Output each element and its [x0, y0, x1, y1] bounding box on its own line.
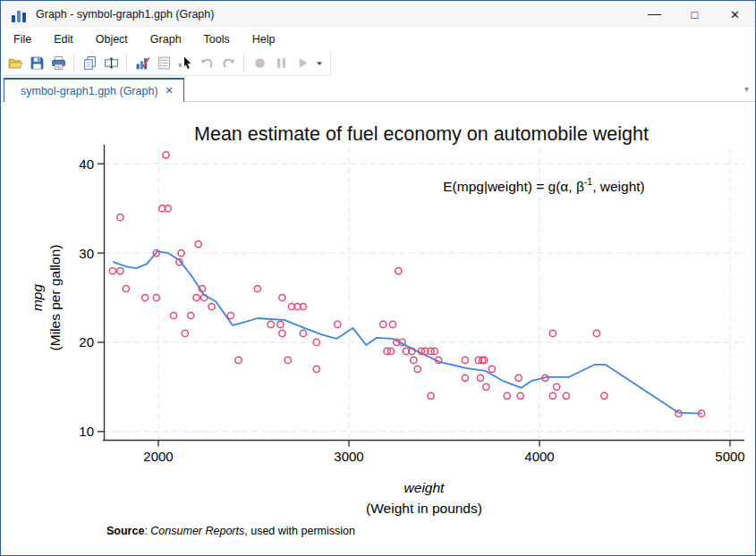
- menu-help[interactable]: Help: [251, 31, 277, 47]
- scatter-point: [549, 330, 556, 336]
- graph-svg: 102030402000300040005000Mean estimate of…: [1, 102, 756, 556]
- object-pointer-button[interactable]: x: [175, 54, 195, 73]
- scatter-point: [549, 392, 556, 399]
- scatter-point: [195, 241, 201, 248]
- menu-bar: File Edit Object Graph Tools Help: [1, 28, 755, 51]
- x-tick-label: 2000: [143, 449, 173, 464]
- scatter-point: [504, 392, 510, 399]
- menu-object[interactable]: Object: [94, 31, 130, 47]
- title-bar: Graph - symbol-graph1.gph (Graph) — □ ✕: [1, 1, 755, 28]
- x-axis-title: weight: [404, 480, 445, 495]
- scatter-point: [488, 366, 495, 372]
- scatter-point: [675, 410, 682, 417]
- toolbar: x: [1, 51, 331, 76]
- undo-icon: [200, 55, 215, 71]
- scatter-point: [411, 357, 417, 363]
- scatter-point: [477, 375, 483, 381]
- copy-icon: [82, 55, 98, 71]
- show-log-button[interactable]: [154, 54, 174, 73]
- scatter-point: [517, 392, 523, 399]
- stata-graph-window: Graph - symbol-graph1.gph (Graph) — □ ✕ …: [0, 0, 756, 556]
- scatter-point: [428, 392, 434, 399]
- save-button[interactable]: [27, 54, 47, 73]
- scatter-point: [462, 357, 468, 363]
- x-tick-label: 3000: [334, 449, 363, 464]
- scatter-point: [170, 312, 176, 318]
- scatter-point: [268, 321, 274, 327]
- toolbar-separator: [126, 55, 127, 72]
- scatter-point: [515, 375, 522, 381]
- scatter-point: [182, 330, 188, 336]
- print-icon: [51, 55, 66, 71]
- scatter-point: [277, 321, 284, 327]
- scatter-point: [163, 152, 169, 158]
- scatter-point: [285, 357, 291, 363]
- scatter-point: [123, 285, 129, 291]
- close-button[interactable]: ✕: [715, 1, 755, 28]
- window-title: Graph - symbol-graph1.gph (Graph): [36, 8, 214, 21]
- scatter-point: [414, 366, 420, 372]
- scatter-point: [193, 294, 200, 300]
- scatter-point: [109, 268, 115, 274]
- menu-file[interactable]: File: [12, 31, 33, 47]
- pause-button[interactable]: [271, 54, 291, 73]
- menu-tools[interactable]: Tools: [202, 31, 232, 47]
- print-button[interactable]: [48, 54, 68, 73]
- log-list-icon: [157, 55, 172, 71]
- svg-text:x: x: [178, 61, 182, 69]
- minimize-button[interactable]: —: [634, 1, 675, 28]
- graph-editor-icon: [135, 55, 150, 71]
- maximize-button[interactable]: □: [675, 1, 715, 28]
- scatter-point: [601, 392, 607, 399]
- tab-symbol-graph1[interactable]: symbol-graph1.gph (Graph) ✕: [4, 78, 184, 102]
- copy-button[interactable]: [80, 54, 99, 73]
- save-icon: [30, 55, 45, 71]
- pointer-cursor-icon: x: [178, 55, 193, 71]
- scatter-point: [483, 383, 489, 390]
- redo-button[interactable]: [218, 54, 238, 73]
- y-tick-label: 10: [79, 424, 94, 439]
- scatter-point: [142, 294, 149, 300]
- record-icon: [252, 55, 268, 71]
- open-folder-icon: [8, 55, 23, 71]
- menu-graph[interactable]: Graph: [149, 31, 183, 47]
- y-tick-label: 40: [79, 156, 94, 172]
- scatter-point: [254, 285, 260, 291]
- scatter-point: [395, 268, 402, 274]
- play-button[interactable]: [293, 54, 312, 73]
- scatter-point: [335, 321, 341, 327]
- chevron-down-icon: [316, 60, 323, 67]
- y-tick-label: 20: [79, 334, 94, 350]
- toolbar-separator: [73, 55, 74, 72]
- scatter-point: [389, 321, 395, 327]
- scatter-point: [593, 330, 599, 336]
- graph-canvas: 102030402000300040005000Mean estimate of…: [1, 102, 755, 556]
- scatter-point: [279, 330, 285, 336]
- toolbar-separator: [243, 55, 244, 72]
- open-button[interactable]: [5, 54, 25, 73]
- toolbar-overflow-button[interactable]: [314, 60, 325, 67]
- scatter-point: [117, 215, 123, 221]
- record-button[interactable]: [250, 54, 269, 73]
- redo-icon: [221, 55, 236, 71]
- scatter-point: [554, 383, 560, 390]
- menu-edit[interactable]: Edit: [52, 31, 75, 47]
- pause-icon: [274, 55, 289, 71]
- tab-list-dropdown-icon[interactable]: ▾: [744, 85, 749, 94]
- scatter-point: [313, 366, 319, 372]
- y-axis-subtitle: (Miles per gallon): [47, 245, 63, 351]
- undo-button[interactable]: [197, 54, 217, 73]
- play-icon: [295, 55, 310, 71]
- x-tick-label: 5000: [715, 449, 744, 464]
- tab-bar: symbol-graph1.gph (Graph) ✕ ▾: [1, 76, 755, 102]
- tab-close-icon[interactable]: ✕: [166, 85, 174, 97]
- scatter-point: [227, 312, 234, 318]
- scatter-point: [117, 268, 123, 274]
- start-graph-editor-button[interactable]: [132, 54, 152, 73]
- rename-icon: [104, 55, 119, 71]
- y-tick-label: 30: [79, 246, 94, 261]
- rename-button[interactable]: [101, 54, 121, 73]
- scatter-point: [380, 321, 386, 327]
- tab-label: symbol-graph1.gph (Graph): [21, 85, 158, 97]
- stata-graph-icon: [12, 6, 28, 22]
